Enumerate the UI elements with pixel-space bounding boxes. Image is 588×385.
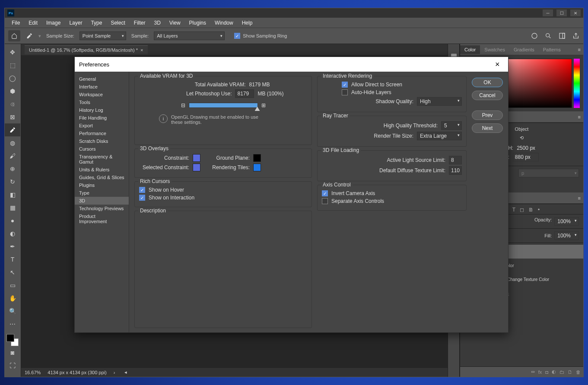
prefs-item-workspace[interactable]: Workspace	[75, 91, 129, 98]
invert-axis-checkbox[interactable]: ✓	[322, 190, 328, 196]
share-icon[interactable]	[572, 32, 580, 40]
type-tool[interactable]: T	[5, 253, 20, 266]
filter-smart-icon[interactable]: 🗎	[528, 207, 534, 211]
search-icon[interactable]	[544, 32, 552, 40]
fx-icon[interactable]: fx	[538, 369, 542, 375]
scroll-left-icon[interactable]: ◂	[124, 369, 127, 375]
prefs-item-cursors[interactable]: Cursors	[75, 145, 129, 153]
menu-3d[interactable]: 3D	[150, 19, 164, 27]
slider-minus-icon[interactable]: ⊟	[181, 102, 185, 108]
constraint-color[interactable]	[193, 154, 200, 162]
menu-view[interactable]: View	[166, 19, 184, 27]
zoom-value[interactable]: 16.67%	[25, 370, 41, 375]
frame-tool[interactable]: ⊠	[5, 110, 20, 123]
prefs-item-product-improvement[interactable]: Product Improvement	[75, 212, 129, 225]
slider-plus-icon[interactable]: ⊞	[261, 102, 266, 108]
statusbar-chevron-icon[interactable]: ›	[114, 370, 115, 375]
filter-more-icon[interactable]: •	[538, 207, 540, 211]
home-button[interactable]	[8, 30, 20, 41]
tab-gradients[interactable]: Gradients	[509, 45, 539, 54]
panel-menu-icon-3[interactable]: ≡	[578, 196, 583, 201]
separate-axis-checkbox[interactable]	[322, 198, 328, 204]
panel-menu-icon-2[interactable]: ≡	[578, 114, 583, 120]
eraser-tool[interactable]: ◧	[5, 188, 20, 201]
menu-file[interactable]: File	[8, 19, 23, 27]
prefs-item-3d[interactable]: 3D	[75, 197, 129, 205]
prefs-item-type[interactable]: Type	[75, 189, 129, 197]
next-button[interactable]: Next	[472, 123, 503, 133]
light-limit-input[interactable]: 8	[449, 156, 462, 164]
blur-tool[interactable]: ●	[5, 214, 20, 227]
hue-slider[interactable]	[574, 59, 580, 108]
history-brush-tool[interactable]: ↻	[5, 175, 20, 188]
prefs-item-export[interactable]: Export	[75, 122, 129, 129]
document-tab[interactable]: Untitled-1 @ 16.7% (Softpedia, RGB/8/Mac…	[25, 45, 148, 54]
filter-type-icon[interactable]: T	[512, 207, 515, 211]
menu-plugins[interactable]: Plugins	[186, 19, 210, 27]
show-hover-checkbox[interactable]: ✓	[139, 187, 145, 193]
screenmode-tool[interactable]: ⛶	[5, 359, 20, 372]
prefs-item-units[interactable]: Units & Rulers	[75, 166, 129, 174]
quick-selection-tool[interactable]: ⬢	[5, 85, 20, 98]
minimize-button[interactable]: ─	[543, 9, 553, 16]
fill-dropdown[interactable]: 100%	[554, 231, 579, 240]
delete-layer-icon[interactable]: 🗑	[576, 369, 581, 375]
close-tab-icon[interactable]: ×	[140, 47, 143, 53]
selected-constraint-color[interactable]	[193, 164, 200, 171]
menu-type[interactable]: Type	[87, 19, 105, 27]
prev-button[interactable]: Prev	[472, 110, 503, 120]
path-selection-tool[interactable]: ↖	[5, 266, 20, 279]
crop-tool[interactable]: ⟃	[5, 98, 20, 110]
adjustment-icon[interactable]: ◐	[552, 369, 556, 375]
panel-menu-icon[interactable]: ≡	[578, 47, 583, 52]
sample-size-dropdown[interactable]: Point Sample	[79, 32, 126, 40]
layer-kind-dropdown[interactable]: p	[518, 169, 579, 177]
dodge-tool[interactable]: ◐	[5, 227, 20, 240]
menu-select[interactable]: Select	[107, 19, 128, 27]
prefs-item-tech-previews[interactable]: Technology Previews	[75, 205, 129, 212]
brush-tool[interactable]: 🖌	[5, 149, 20, 162]
prefs-item-performance[interactable]: Performance	[75, 129, 129, 137]
color-swatches[interactable]	[5, 334, 21, 346]
edit-toolbar[interactable]: ⋯	[5, 318, 20, 331]
pen-tool[interactable]: ✒	[5, 240, 20, 253]
menu-layer[interactable]: Layer	[66, 19, 86, 27]
autohide-checkbox[interactable]	[342, 89, 348, 95]
diffuse-limit-input[interactable]: 110	[449, 166, 462, 175]
rectangle-tool[interactable]: ▭	[5, 279, 20, 292]
shadow-quality-dropdown[interactable]: High	[417, 97, 462, 106]
maximize-button[interactable]: ☐	[556, 9, 567, 16]
ground-plane-color[interactable]	[253, 154, 261, 162]
prefs-item-history-log[interactable]: History Log	[75, 106, 129, 114]
menu-filter[interactable]: Filter	[130, 19, 149, 27]
zoom-tool[interactable]: 🔍	[5, 305, 20, 318]
hq-threshold-dropdown[interactable]: 5	[441, 121, 462, 130]
prefs-item-scratch-disks[interactable]: Scratch Disks	[75, 137, 129, 145]
prefs-item-interface[interactable]: Interface	[75, 83, 129, 91]
menu-help[interactable]: Help	[238, 19, 256, 27]
hand-tool[interactable]: ✋	[5, 292, 20, 305]
prefs-close-button[interactable]: ×	[495, 60, 504, 69]
vram-use-input[interactable]: 8179	[235, 89, 254, 98]
filter-shape-icon[interactable]: ◻	[520, 207, 524, 211]
quickmask-tool[interactable]: ◙	[5, 346, 20, 359]
prefs-item-tools[interactable]: Tools	[75, 98, 129, 106]
show-interaction-checkbox[interactable]: ✓	[139, 195, 145, 201]
reset-icon[interactable]: ⟲	[520, 135, 524, 140]
marquee-tool[interactable]: ⬚	[5, 59, 20, 72]
eyedropper-tool-icon[interactable]	[25, 32, 33, 40]
ok-button[interactable]: OK	[472, 78, 503, 87]
workspace-icon[interactable]	[558, 32, 566, 40]
tab-swatches[interactable]: Swatches	[480, 45, 509, 54]
tab-color[interactable]: Color	[460, 45, 480, 54]
sample-dropdown[interactable]: All Layers	[154, 32, 225, 40]
group-icon[interactable]: 🗀	[559, 369, 564, 375]
mask-icon[interactable]: ◘	[545, 369, 548, 375]
healing-tool[interactable]: ◍	[5, 136, 20, 149]
new-layer-icon[interactable]: 🗋	[568, 369, 572, 375]
eyedropper-tool[interactable]	[5, 123, 20, 136]
tab-patterns[interactable]: Patterns	[539, 45, 565, 54]
prefs-item-general[interactable]: General	[75, 75, 129, 83]
menu-edit[interactable]: Edit	[25, 19, 41, 27]
opacity-dropdown[interactable]: 100%	[554, 217, 579, 226]
